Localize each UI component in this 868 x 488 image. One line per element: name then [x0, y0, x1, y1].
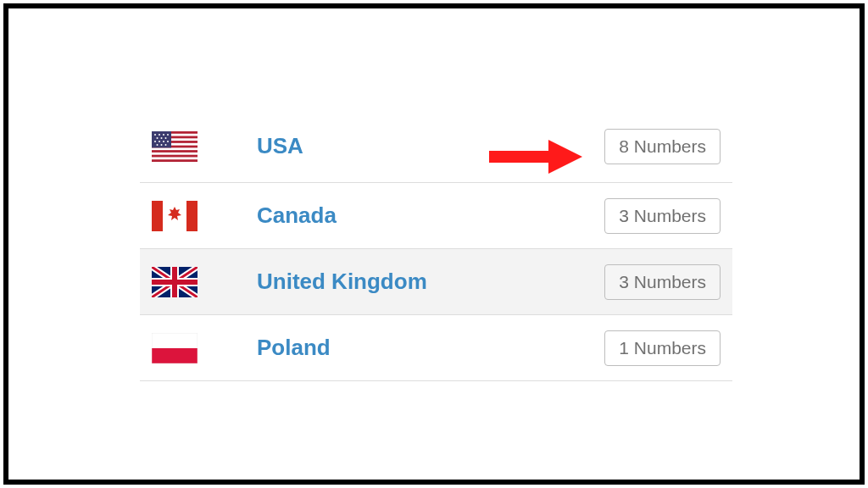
numbers-button-usa[interactable]: 8 Numbers — [604, 129, 721, 164]
list-item[interactable]: United Kingdom 3 Numbers — [140, 249, 732, 315]
country-link-poland[interactable]: Poland — [257, 335, 604, 361]
country-link-usa[interactable]: USA — [257, 133, 604, 159]
svg-rect-6 — [152, 157, 198, 159]
svg-rect-4 — [152, 147, 198, 150]
flag-uk-icon — [152, 267, 198, 297]
flag-poland-icon — [152, 333, 198, 363]
svg-point-14 — [165, 137, 167, 139]
svg-point-19 — [157, 144, 159, 146]
svg-point-16 — [159, 141, 160, 142]
flag-canada-icon — [152, 201, 198, 231]
svg-rect-30 — [152, 333, 198, 348]
svg-rect-31 — [152, 348, 198, 363]
svg-point-21 — [165, 144, 167, 146]
numbers-button-canada[interactable]: 3 Numbers — [604, 198, 721, 234]
flag-usa-icon — [152, 131, 198, 162]
svg-rect-5 — [152, 152, 198, 154]
numbers-button-poland[interactable]: 1 Numbers — [604, 330, 721, 366]
svg-rect-29 — [152, 280, 198, 285]
svg-point-12 — [157, 137, 159, 139]
country-link-canada[interactable]: Canada — [257, 202, 604, 229]
svg-point-11 — [167, 134, 169, 136]
svg-rect-24 — [186, 201, 198, 231]
svg-rect-23 — [152, 201, 163, 231]
numbers-button-uk[interactable]: 3 Numbers — [604, 264, 721, 300]
svg-point-9 — [159, 134, 160, 136]
svg-point-8 — [154, 134, 156, 136]
svg-point-10 — [163, 134, 164, 136]
svg-point-17 — [163, 141, 164, 142]
svg-point-13 — [161, 137, 163, 139]
svg-point-15 — [154, 141, 156, 142]
list-item[interactable]: Poland 1 Numbers — [140, 315, 732, 381]
svg-point-18 — [167, 141, 169, 142]
svg-point-20 — [161, 144, 163, 146]
list-item[interactable]: Canada 3 Numbers — [140, 183, 732, 249]
frame: USA 8 Numbers Canada 3 Numbers — [3, 3, 865, 485]
country-list: USA 8 Numbers Canada 3 Numbers — [140, 110, 732, 381]
country-link-uk[interactable]: United Kingdom — [257, 269, 604, 295]
list-item[interactable]: USA 8 Numbers — [140, 110, 732, 183]
